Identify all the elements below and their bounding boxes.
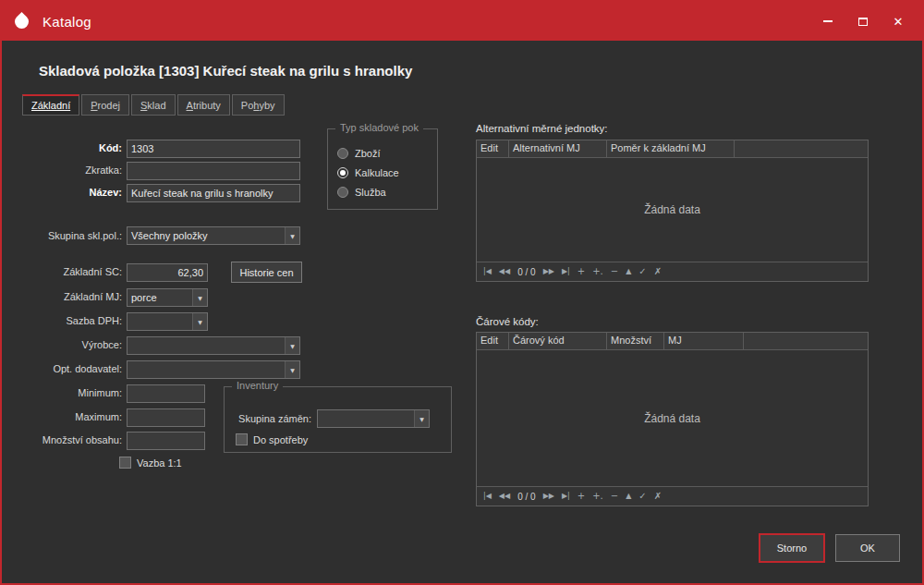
column-header-alternativni-mj[interactable]: Alternativní MJ: [509, 140, 607, 157]
carove-kody-navigator: |◀ ◀◀ 0 / 0 ▶▶ ▶| + +. − ▲ ✓ ✗: [477, 486, 868, 506]
nav-first-icon[interactable]: |◀: [483, 268, 492, 275]
opt-dodavatel-value: [128, 361, 285, 378]
vyrobce-select[interactable]: ▼: [127, 336, 300, 355]
window-controls: ✕: [817, 12, 909, 30]
ok-button[interactable]: OK: [835, 534, 900, 562]
alt-jednotky-header: Edit Alternativní MJ Poměr k základní MJ: [477, 140, 868, 158]
minimum-label: Minimum:: [15, 387, 122, 398]
column-header-pomer[interactable]: Poměr k základní MJ: [607, 140, 735, 157]
tab-zakladni[interactable]: Základní: [22, 94, 79, 116]
vazba-1-1-checkbox[interactable]: [119, 457, 131, 469]
zkratka-label: Zkratka:: [15, 165, 122, 176]
historie-cen-button[interactable]: Historie cen: [231, 262, 302, 283]
tab-pohyby[interactable]: Pohyby: [232, 94, 285, 116]
zkratka-input[interactable]: [127, 162, 300, 180]
opt-dodavatel-select[interactable]: ▼: [127, 360, 300, 379]
chevron-down-icon: ▼: [192, 313, 207, 330]
zakladni-mj-value: porce: [128, 289, 192, 306]
nav-accept-icon[interactable]: ✓: [638, 267, 646, 276]
nav-edit-icon[interactable]: ▲: [626, 268, 631, 275]
maximize-button[interactable]: [852, 12, 874, 30]
radio-kalkulace[interactable]: Kalkulace: [337, 167, 399, 178]
storno-button[interactable]: Storno: [760, 534, 824, 562]
carove-kody-grid: Edit Čárový kód Množství MJ Žádná data |…: [476, 332, 869, 506]
nav-last-icon[interactable]: ▶|: [562, 493, 570, 500]
nav-remove-icon[interactable]: −: [611, 267, 618, 276]
minimize-button[interactable]: [817, 12, 839, 30]
radio-label: Kalkulace: [355, 167, 399, 178]
typ-skladove-polozky-title: Typ skladové pok: [335, 122, 423, 133]
kod-input[interactable]: [127, 140, 300, 158]
do-spotreby-label: Do spotřeby: [253, 434, 308, 445]
tab-atributy[interactable]: Atributy: [177, 94, 230, 116]
nav-insert-icon[interactable]: +.: [592, 267, 603, 276]
sazba-dph-label: Sazba DPH:: [15, 315, 122, 326]
nav-prev-icon[interactable]: ◀◀: [499, 493, 510, 500]
vyrobce-value: [128, 337, 285, 354]
carove-kody-header: Edit Čárový kód Množství MJ: [477, 333, 868, 350]
sazba-dph-select[interactable]: ▼: [127, 312, 208, 331]
chevron-down-icon: ▼: [285, 361, 299, 378]
opt-dodavatel-label: Opt. dodavatel:: [15, 363, 122, 374]
close-icon: ✕: [894, 15, 904, 29]
close-button[interactable]: ✕: [887, 12, 909, 30]
column-header-mnozstvi[interactable]: Množství: [607, 333, 664, 349]
column-header-carovy-kod[interactable]: Čárový kód: [509, 333, 607, 349]
alt-jednotky-navigator: |◀ ◀◀ 0 / 0 ▶▶ ▶| + +. − ▲ ✓ ✗: [477, 262, 868, 281]
chevron-down-icon: ▼: [414, 410, 429, 427]
tab-strip: Základní Prodej Sklad Atributy Pohyby: [22, 94, 285, 116]
radio-sluzba[interactable]: Služba: [337, 187, 386, 198]
radio-zbozi[interactable]: Zboží: [337, 148, 381, 159]
zakladni-sc-label: Základní SC:: [15, 266, 122, 277]
radio-label: Služba: [355, 187, 386, 198]
nav-add-icon[interactable]: +: [578, 267, 585, 276]
nav-last-icon[interactable]: ▶|: [562, 268, 570, 275]
column-header-edit[interactable]: Edit: [477, 140, 509, 157]
mnozstvi-obsahu-input[interactable]: [127, 432, 205, 450]
tab-label: Atributy: [187, 100, 221, 111]
maximum-input[interactable]: [127, 408, 205, 427]
column-header-mj[interactable]: MJ: [664, 333, 744, 349]
empty-data-text: Žádná data: [644, 203, 700, 216]
minimum-input[interactable]: [127, 384, 205, 403]
window-title: Katalog: [43, 14, 91, 30]
column-header-edit[interactable]: Edit: [477, 333, 509, 349]
skupina-skl-pol-value: Všechny položky: [128, 227, 285, 244]
nav-cancel-icon[interactable]: ✗: [654, 492, 662, 501]
tab-label: Prodej: [91, 100, 120, 111]
maximize-icon: [858, 18, 868, 26]
chevron-down-icon: ▼: [192, 289, 207, 306]
nav-insert-icon[interactable]: +.: [592, 492, 603, 501]
radio-icon: [337, 167, 348, 178]
mnozstvi-obsahu-label: Množství obsahu:: [15, 434, 122, 445]
tab-prodej[interactable]: Prodej: [81, 94, 129, 116]
tab-sklad[interactable]: Sklad: [131, 94, 176, 116]
column-header-filler: [744, 333, 868, 349]
nav-add-icon[interactable]: +: [578, 492, 585, 501]
nav-remove-icon[interactable]: −: [611, 492, 618, 501]
nav-cancel-icon[interactable]: ✗: [654, 267, 662, 276]
alt-jednotky-title: Alternativní měrné jednotky:: [476, 123, 608, 134]
skupina-zamen-select[interactable]: ▼: [317, 409, 430, 428]
nav-prev-icon[interactable]: ◀◀: [499, 268, 510, 275]
skupina-skl-pol-select[interactable]: Všechny položky ▼: [127, 226, 300, 245]
page-title: Skladová položka [1303] Kuřecí steak na …: [39, 63, 412, 79]
chevron-down-icon: ▼: [285, 227, 299, 244]
nav-edit-icon[interactable]: ▲: [626, 493, 631, 500]
nav-record-counter: 0 / 0: [517, 492, 535, 502]
carove-kody-body: Žádná data: [477, 350, 868, 486]
zakladni-sc-input[interactable]: [127, 263, 208, 282]
nav-accept-icon[interactable]: ✓: [638, 492, 646, 501]
skupina-skl-pol-label: Skupina skl.pol.:: [15, 230, 122, 241]
nazev-input[interactable]: [127, 184, 300, 202]
skupina-zamen-value: [318, 410, 414, 427]
empty-data-text: Žádná data: [644, 412, 700, 425]
zakladni-mj-select[interactable]: porce ▼: [127, 288, 208, 307]
skupina-zamen-label: Skupina záměn:: [225, 413, 311, 424]
maximum-label: Maximum:: [15, 411, 122, 422]
nav-first-icon[interactable]: |◀: [483, 493, 492, 500]
nav-next-icon[interactable]: ▶▶: [543, 493, 554, 500]
do-spotreby-checkbox[interactable]: [236, 433, 248, 445]
nav-next-icon[interactable]: ▶▶: [543, 268, 554, 275]
inventury-title: Inventury: [232, 380, 283, 391]
